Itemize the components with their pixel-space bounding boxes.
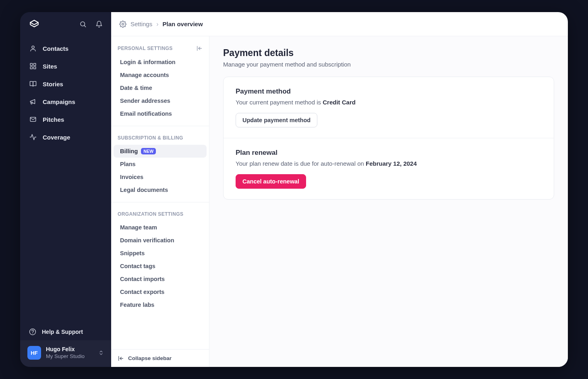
settings-item-email-notifications[interactable]: Email notifications [114, 107, 207, 120]
settings-item-contact-tags[interactable]: Contact tags [114, 260, 207, 273]
nav-label: Coverage [43, 134, 70, 141]
bell-icon[interactable] [94, 19, 104, 29]
nav-label: Contacts [43, 45, 68, 52]
settings-item-label: Invoices [120, 174, 143, 180]
section-head-organization: ORGANIZATION SETTINGS [111, 202, 209, 221]
collapse-panel-icon[interactable] [196, 45, 203, 52]
payment-method-text-prefix: Your current payment method is [236, 99, 323, 106]
payment-method-section: Payment method Your current payment meth… [224, 77, 554, 138]
avatar: HF [27, 346, 41, 360]
update-payment-method-button[interactable]: Update payment method [236, 113, 317, 127]
nav-item-coverage[interactable]: Coverage [24, 129, 107, 145]
settings-item-label: Login & information [120, 59, 176, 65]
user-name: Hugo Felix [46, 346, 93, 353]
plan-renewal-date: February 12, 2024 [366, 160, 417, 167]
primary-nav: Contacts Sites Stories Campaigns [20, 36, 111, 147]
collapse-sidebar-label: Collapse sidebar [128, 355, 172, 361]
button-label: Cancel auto-renewal [242, 178, 299, 185]
topbar: Settings › Plan overview [111, 12, 568, 36]
nav-item-pitches[interactable]: Pitches [24, 111, 107, 127]
settings-item-label: Contact exports [120, 289, 164, 295]
settings-item-sender-addresses[interactable]: Sender addresses [114, 94, 207, 107]
settings-item-label: Email notifications [120, 110, 172, 117]
plan-renewal-heading: Plan renewal [236, 149, 542, 157]
nav-label: Sites [43, 63, 57, 70]
settings-item-contact-exports[interactable]: Contact exports [114, 285, 207, 298]
settings-item-snippets[interactable]: Snippets [114, 247, 207, 260]
cancel-auto-renewal-button[interactable]: Cancel auto-renewal [236, 174, 306, 189]
chevron-right-icon: › [156, 21, 158, 28]
settings-item-label: Domain verification [120, 237, 174, 244]
settings-item-feature-labs[interactable]: Feature labs [114, 298, 207, 311]
user-icon [29, 44, 37, 52]
section-title: PERSONAL SETTINGS [118, 46, 173, 51]
breadcrumb-root[interactable]: Settings [130, 21, 152, 27]
user-meta: Hugo Felix My Super Studio [46, 346, 93, 360]
help-label: Help & Support [42, 329, 83, 335]
plan-renewal-text-prefix: Your plan renew date is due for auto-ren… [236, 160, 366, 167]
help-support-link[interactable]: Help & Support [20, 323, 111, 340]
settings-item-legal-documents[interactable]: Legal documents [114, 183, 207, 196]
payment-method-text: Your current payment method is Credit Ca… [236, 99, 542, 106]
section-head-personal: PERSONAL SETTINGS [111, 36, 209, 56]
search-icon[interactable] [78, 19, 88, 29]
nav-item-sites[interactable]: Sites [24, 58, 107, 74]
settings-item-label: Billing [120, 148, 138, 154]
svg-point-2 [32, 46, 34, 48]
button-label: Update payment method [242, 117, 311, 123]
settings-item-label: Manage team [120, 224, 157, 231]
grid-icon [29, 62, 37, 70]
megaphone-icon [29, 98, 37, 106]
svg-line-1 [84, 25, 85, 27]
settings-item-manage-accounts[interactable]: Manage accounts [114, 69, 207, 81]
main-content: Payment details Manage your payment meth… [209, 36, 568, 367]
settings-item-domain-verification[interactable]: Domain verification [114, 234, 207, 247]
section-title: SUBSCRIPTION & BILLING [118, 135, 183, 141]
nav-item-stories[interactable]: Stories [24, 76, 107, 92]
settings-item-login-info[interactable]: Login & information [114, 56, 207, 69]
collapse-left-icon [118, 355, 124, 362]
app-frame: Contacts Sites Stories Campaigns [20, 12, 568, 367]
settings-item-invoices[interactable]: Invoices [114, 171, 207, 183]
settings-item-label: Date & time [120, 85, 152, 91]
settings-item-plans[interactable]: Plans [114, 158, 207, 171]
activity-icon [29, 133, 37, 141]
sidebar-top-row [20, 12, 111, 36]
nav-label: Campaigns [43, 98, 75, 105]
gear-icon [119, 21, 126, 28]
section-head-subscription: SUBSCRIPTION & BILLING [111, 126, 209, 145]
settings-item-billing[interactable]: Billing NEW [114, 145, 207, 158]
nav-label: Stories [43, 81, 63, 87]
primary-sidebar: Contacts Sites Stories Campaigns [20, 12, 111, 367]
settings-item-label: Snippets [120, 250, 145, 256]
settings-item-label: Plans [120, 161, 136, 167]
plan-renewal-section: Plan renewal Your plan renew date is due… [224, 138, 554, 199]
chevron-updown-icon [98, 350, 104, 356]
settings-item-label: Manage accounts [120, 72, 169, 78]
plan-renewal-text: Your plan renew date is due for auto-ren… [236, 160, 542, 167]
settings-item-label: Contact imports [120, 276, 165, 282]
settings-item-manage-team[interactable]: Manage team [114, 221, 207, 234]
collapse-sidebar-button[interactable]: Collapse sidebar [111, 349, 209, 367]
breadcrumb-current: Plan overview [163, 21, 203, 27]
svg-rect-4 [34, 63, 36, 65]
settings-item-contact-imports[interactable]: Contact imports [114, 273, 207, 285]
page-title: Payment details [223, 48, 554, 58]
user-menu[interactable]: HF Hugo Felix My Super Studio [20, 340, 111, 367]
nav-item-contacts[interactable]: Contacts [24, 40, 107, 56]
nav-item-campaigns[interactable]: Campaigns [24, 94, 107, 110]
book-icon [29, 80, 37, 88]
svg-point-10 [122, 23, 124, 25]
new-badge: NEW [141, 148, 156, 154]
mail-icon [29, 115, 37, 123]
svg-rect-6 [34, 67, 36, 69]
settings-item-label: Legal documents [120, 187, 168, 193]
settings-item-label: Sender addresses [120, 98, 170, 104]
svg-rect-5 [30, 67, 32, 69]
settings-item-label: Feature labs [120, 302, 154, 308]
payment-method-heading: Payment method [236, 87, 542, 96]
content-area: Settings › Plan overview PERSONAL SETTIN… [111, 12, 568, 367]
section-title: ORGANIZATION SETTINGS [118, 211, 184, 217]
settings-item-date-time[interactable]: Date & time [114, 81, 207, 94]
logo-icon[interactable] [29, 19, 39, 29]
